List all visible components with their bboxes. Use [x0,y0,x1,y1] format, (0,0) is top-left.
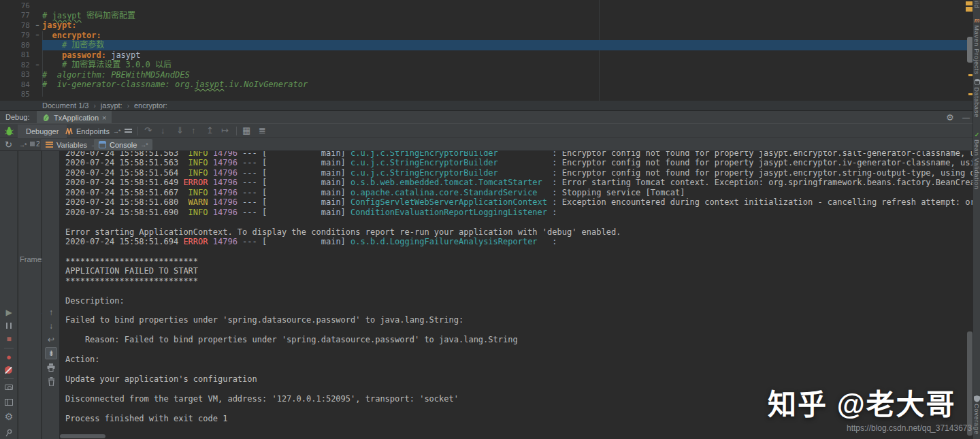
tab-debugger[interactable]: Debugger [18,125,67,138]
line-number[interactable]: 82 [0,61,33,69]
counter-square-icon [30,142,35,146]
frames-panel-label[interactable]: Frames [20,255,45,263]
code-token: # 加密参数 [62,40,104,50]
code-token: encryptor: [52,31,101,40]
debug-session-tab[interactable]: TxApplication × [37,111,112,124]
pin-icon[interactable] [5,429,12,437]
editor-pane[interactable]: 7677# jasypt 密码加密配置78−jasypt:79− encrypt… [0,0,975,101]
view-breakpoints-icon[interactable]: ● [0,353,18,362]
line-number[interactable]: 84 [0,80,33,89]
code-text: # 加密算法设置 3.0.0 以后 [42,60,975,70]
code-text: jasypt: [42,20,975,31]
log-segment: INFO [183,208,208,217]
tool-tab-maven-projects[interactable]: Maven Projects [973,25,980,74]
fold-marker-icon[interactable]: − [33,32,42,38]
debug-titlebar: Debug: TxApplication × ⚙ — [0,110,975,123]
code-text: encryptor: [42,31,975,41]
up-stack-trace-icon[interactable]: ↑ [42,308,60,317]
log-segment: main] [267,188,350,197]
step-into-icon[interactable]: ↓ [161,125,165,136]
console-line: 2020-07-24 15:58:51.667 INFO 14796 --- [… [65,188,975,197]
tab-pin-suffix: →* [140,142,148,148]
scroll-to-end-button[interactable]: ⇟ [45,347,57,359]
line-number[interactable]: 77 [0,11,33,20]
log-logger-name: o.s.b.d.LoggingFailureAnalysisReporter [350,237,538,246]
hamburger-menu-icon[interactable] [125,129,132,134]
tab-console-label: Console [110,141,137,149]
log-segment: Process finished with exit code 1 [65,414,227,423]
console-hscrollbar-thumb[interactable] [60,434,105,438]
drop-frame-icon[interactable]: ↥ [206,125,214,136]
right-tool-dock: ild m Maven Projects Database ✓ Bean Val… [973,0,980,439]
settings-gear-icon[interactable]: ⚙ [946,112,954,123]
breadcrumb-item-document[interactable]: Document 1/3 [42,101,88,110]
tab-variables-label: Variables [56,141,87,149]
breadcrumb-item-encryptor[interactable]: encryptor: [134,101,167,110]
log-segment: --- [ [238,151,267,158]
close-icon[interactable]: × [102,114,106,122]
minimize-icon[interactable]: — [962,112,970,123]
code-line: 83# algorithm: PBEWithMD5AndDES [0,70,975,80]
stop-icon[interactable]: ■ [0,334,18,344]
tool-tab-build-fragment[interactable]: ild [973,1,980,8]
tool-tab-database[interactable]: Database [973,87,980,118]
step-over-icon[interactable]: ↷ [144,125,152,136]
fold-marker-icon[interactable]: − [33,22,42,29]
tool-tab-coverage[interactable]: Coverage [973,404,980,434]
step-out-icon[interactable]: ↑ [191,125,196,136]
tool-tab-bean-validation[interactable]: Bean Validation [973,140,980,189]
log-segment: INFO [183,158,208,167]
code-lines: 7677# jasypt 密码加密配置78−jasypt:79− encrypt… [0,1,975,99]
log-segment: --- [ [238,188,267,197]
line-number[interactable]: 76 [0,1,33,10]
pause-program-icon[interactable] [6,323,12,329]
console-line: 2020-07-24 15:58:51.649 ERROR 14796 --- … [65,178,975,187]
down-stack-trace-icon[interactable]: ↓ [42,321,60,331]
tab-variables[interactable]: Variables →* [41,139,103,150]
log-segment: Disconnected from the target VM, address… [65,394,459,404]
print-icon[interactable] [47,363,55,372]
tab-console[interactable]: Console →* [94,139,152,150]
log-segment: : [538,188,562,197]
line-number[interactable]: 81 [0,50,33,59]
code-text: password: jasypt [42,50,975,61]
console-line: 2020-07-24 15:58:51.564 INFO 14796 --- [… [65,168,975,178]
clear-trash-icon[interactable] [48,377,55,386]
rerun-icon[interactable]: ↻ [5,140,12,150]
run-to-cursor-icon[interactable]: ↦ [221,125,229,136]
threads-counter[interactable]: 2 [30,140,40,148]
breadcrumb-item-jasypt[interactable]: jasypt: [101,101,122,110]
code-token: jasypt [195,80,224,89]
console-scrollbar-thumb[interactable] [967,331,973,436]
view-as-table-icon[interactable]: ▦ [242,125,250,136]
log-segment: Stopping service [Tomcat] [562,188,685,197]
maven-icon: m [974,17,980,24]
log-segment: Action: [65,355,100,364]
layout-settings-icon[interactable]: ≣ [259,125,266,136]
code-line: 84# iv-generator-classname: org.jasypt.i… [0,80,975,90]
console-line: Action: [65,355,975,364]
restore-layout-icon[interactable] [5,399,13,406]
pin-tab-icon[interactable]: →* [19,142,27,148]
mute-breakpoints-icon[interactable] [5,366,12,374]
log-segment: : [542,178,562,187]
log-segment: Description: [65,296,125,306]
log-segment: Error starting Tomcat context. Exception… [562,178,975,187]
line-number[interactable]: 83 [0,70,33,79]
resume-program-icon[interactable]: ▶ [0,308,18,317]
log-segment: Encryptor config not found for property … [562,158,975,167]
code-line: 80 # 加密参数 [0,40,975,50]
fold-marker-icon[interactable]: − [33,62,42,68]
code-text: # algorithm: PBEWithMD5AndDES [42,70,975,80]
line-number[interactable]: 85 [0,90,33,99]
code-line: 76 [0,1,975,11]
tab-endpoints[interactable]: Endpoints →* [61,125,124,138]
line-number[interactable]: 80 [0,41,33,50]
debugger-settings-gear-icon[interactable]: ⚙ [0,412,18,421]
thread-dump-camera-icon[interactable] [5,385,13,390]
soft-wrap-icon[interactable]: ↩ [42,335,60,344]
force-step-into-icon[interactable]: ⇓ [176,125,184,136]
log-segment: INFO [183,151,208,158]
line-number[interactable]: 78 [0,21,33,30]
line-number[interactable]: 79 [0,31,33,39]
